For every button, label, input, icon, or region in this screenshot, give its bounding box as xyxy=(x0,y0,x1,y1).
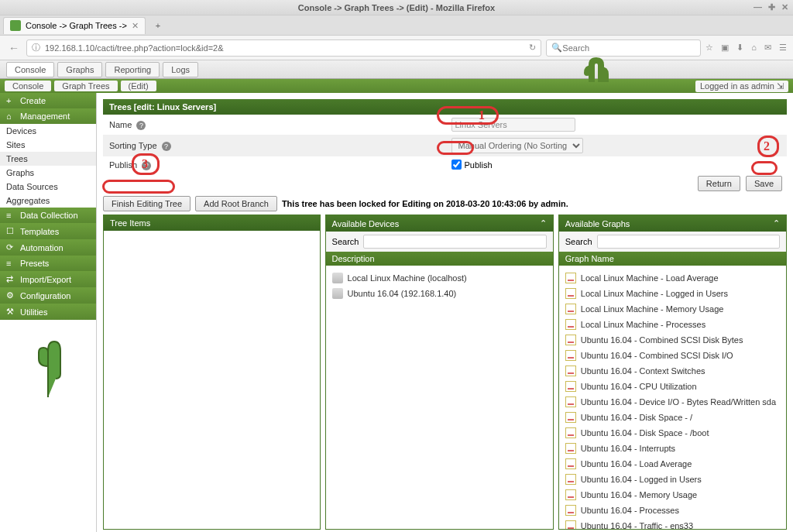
tab-logs[interactable]: Logs xyxy=(163,62,198,77)
tab-close-icon[interactable]: ✕ xyxy=(132,21,139,31)
publish-checkbox-wrap[interactable]: Publish xyxy=(451,160,493,170)
graph-icon xyxy=(565,381,576,392)
help-icon[interactable]: ? xyxy=(162,142,171,151)
graph-label: Local Linux Machine - Logged in Users xyxy=(581,289,728,298)
sidebar-section-templates[interactable]: ☐Templates xyxy=(0,223,96,239)
breadcrumb-edit[interactable]: (Edit) xyxy=(121,81,156,91)
graph-icon xyxy=(565,520,576,529)
pocket-icon[interactable]: ✉ xyxy=(764,43,771,53)
info-icon[interactable]: ⓘ xyxy=(32,42,40,53)
graph-label: Ubuntu 16.04 - Combined SCSI Disk I/O xyxy=(581,351,733,360)
sidebar-section-label: Import/Export xyxy=(20,275,71,284)
sidebar-section-label: Presets xyxy=(20,259,49,268)
breadcrumb-console[interactable]: Console xyxy=(5,81,51,91)
sidebar-section-presets[interactable]: ≡Presets xyxy=(0,256,96,271)
devices-search-input[interactable] xyxy=(363,235,546,249)
device-label: Ubuntu 16.04 (192.168.1.40) xyxy=(348,289,457,298)
new-tab-button[interactable]: + xyxy=(150,18,166,33)
tree-items-header: Tree Items xyxy=(104,215,320,231)
library-icon[interactable]: ▣ xyxy=(721,43,729,53)
graph-item[interactable]: Ubuntu 16.04 - Memory Usage xyxy=(565,487,780,503)
graph-item[interactable]: Ubuntu 16.04 - Combined SCSI Disk Bytes xyxy=(565,332,780,348)
breadcrumb-graphtrees[interactable]: Graph Trees xyxy=(54,81,117,91)
graph-item[interactable]: Local Linux Machine - Logged in Users xyxy=(565,286,780,301)
sidebar-item-graphs[interactable]: Graphs xyxy=(0,166,96,180)
sidebar-item-data-sources[interactable]: Data Sources xyxy=(0,180,96,194)
sidebar-item-trees[interactable]: Trees xyxy=(0,152,96,166)
browser-tab-bar: Console -> Graph Trees -> ✕ + xyxy=(0,15,793,36)
graph-item[interactable]: Local Linux Machine - Memory Usage xyxy=(565,301,780,317)
sidebar-item-devices[interactable]: Devices xyxy=(0,124,96,138)
graph-icon xyxy=(565,288,576,299)
add-root-branch-button[interactable]: Add Root Branch xyxy=(195,196,277,211)
graph-item[interactable]: Local Linux Machine - Processes xyxy=(565,317,780,332)
graph-item[interactable]: Ubuntu 16.04 - Combined SCSI Disk I/O xyxy=(565,348,780,363)
window-minimize-icon[interactable]: — xyxy=(754,2,762,12)
section-icon: ≡ xyxy=(6,211,15,220)
tree-items-body[interactable] xyxy=(104,231,320,525)
downloads-icon[interactable]: ⬇ xyxy=(736,43,743,53)
section-icon: ⚙ xyxy=(6,290,15,300)
graph-item[interactable]: Ubuntu 16.04 - Disk Space - / xyxy=(565,410,780,425)
sidebar-section-configuration[interactable]: ⚙Configuration xyxy=(0,287,96,304)
sidebar: +Create⌂ManagementDevicesSitesTreesGraph… xyxy=(0,93,97,532)
finish-editing-button[interactable]: Finish Editing Tree xyxy=(103,196,191,211)
sidebar-section-label: Utilities xyxy=(20,307,47,317)
login-info[interactable]: Logged in as admin ⇲ xyxy=(695,81,788,92)
tab-reporting[interactable]: Reporting xyxy=(105,62,160,77)
graphs-subheader: Graph Name xyxy=(559,252,786,266)
sidebar-item-sites[interactable]: Sites xyxy=(0,138,96,152)
graph-item[interactable]: Ubuntu 16.04 - Processes xyxy=(565,503,780,518)
section-icon: ⌂ xyxy=(6,112,15,121)
return-button[interactable]: Return xyxy=(698,176,740,191)
tab-console[interactable]: Console xyxy=(6,62,54,77)
graphs-search-input[interactable] xyxy=(597,235,780,249)
collapse-icon[interactable]: ⌃ xyxy=(773,218,780,228)
device-item[interactable]: Local Linux Machine (localhost) xyxy=(332,270,547,286)
sorting-select[interactable]: Manual Ordering (No Sorting) xyxy=(451,138,583,153)
menu-icon[interactable]: ☰ xyxy=(779,43,787,53)
graph-item[interactable]: Local Linux Machine - Load Average xyxy=(565,270,780,286)
graph-item[interactable]: Ubuntu 16.04 - Traffic - ens33 xyxy=(565,518,780,529)
sidebar-section-utilities[interactable]: ⚒Utilities xyxy=(0,304,96,320)
url-input[interactable]: ⓘ 192.168.1.10/cacti/tree.php?action=loc… xyxy=(26,39,541,57)
graph-icon xyxy=(565,304,576,314)
window-close-icon[interactable]: ✕ xyxy=(781,2,788,12)
main-content: Trees [edit: Linux Servers] Name ? Sorti… xyxy=(97,93,793,532)
save-button[interactable]: Save xyxy=(746,176,782,191)
action-bar: Finish Editing Tree Add Root Branch This… xyxy=(103,193,787,215)
graph-item[interactable]: Ubuntu 16.04 - Interrupts xyxy=(565,441,780,456)
section-icon: + xyxy=(6,96,15,105)
help-icon[interactable]: ? xyxy=(136,121,146,130)
graph-item[interactable]: Ubuntu 16.04 - Load Average xyxy=(565,456,780,472)
graph-item[interactable]: Ubuntu 16.04 - Context Switches xyxy=(565,363,780,379)
tab-graphs[interactable]: Graphs xyxy=(57,62,102,77)
window-maximize-icon[interactable]: ✚ xyxy=(768,2,775,12)
name-input[interactable] xyxy=(451,118,575,132)
reload-icon[interactable]: ↻ xyxy=(529,43,536,53)
sidebar-section-create[interactable]: +Create xyxy=(0,93,96,108)
sidebar-section-management[interactable]: ⌂Management xyxy=(0,108,96,124)
browser-tab[interactable]: Console -> Graph Trees -> ✕ xyxy=(3,17,146,34)
back-button[interactable]: ← xyxy=(6,40,22,56)
sidebar-section-data-collection[interactable]: ≡Data Collection xyxy=(0,208,96,223)
graph-icon xyxy=(565,335,576,345)
graph-item[interactable]: Ubuntu 16.04 - CPU Utilization xyxy=(565,379,780,394)
help-icon[interactable]: ? xyxy=(142,161,151,170)
home-icon[interactable]: ⌂ xyxy=(751,43,757,53)
graph-item[interactable]: Ubuntu 16.04 - Logged in Users xyxy=(565,472,780,487)
graph-item[interactable]: Ubuntu 16.04 - Device I/O - Bytes Read/W… xyxy=(565,394,780,410)
breadcrumb-bar: Console Graph Trees (Edit) Logged in as … xyxy=(0,79,793,93)
sidebar-section-automation[interactable]: ⟳Automation xyxy=(0,239,96,256)
browser-search-input[interactable] xyxy=(562,43,695,53)
sidebar-section-import-export[interactable]: ⇄Import/Export xyxy=(0,271,96,287)
publish-checkbox[interactable] xyxy=(451,160,462,170)
bookmark-icon[interactable]: ☆ xyxy=(705,43,713,53)
panel-title: Trees [edit: Linux Servers] xyxy=(103,99,787,115)
graph-item[interactable]: Ubuntu 16.04 - Disk Space - /boot xyxy=(565,425,780,441)
tree-items-title: Tree Items xyxy=(110,218,150,228)
sidebar-item-aggregates[interactable]: Aggregates xyxy=(0,194,96,208)
device-item[interactable]: Ubuntu 16.04 (192.168.1.40) xyxy=(332,286,547,301)
browser-search-box[interactable]: 🔍 xyxy=(546,39,701,57)
collapse-icon[interactable]: ⌃ xyxy=(540,218,547,228)
